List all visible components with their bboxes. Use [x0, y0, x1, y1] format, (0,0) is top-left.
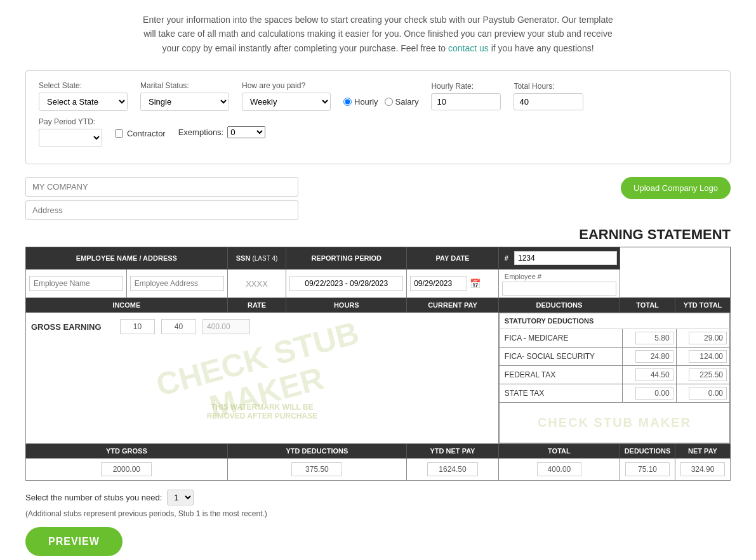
- pay-method-select[interactable]: WeeklyBi-WeeklySemi-MonthlyMonthly: [242, 93, 331, 111]
- intro-text-1: Enter your information into the spaces b…: [143, 15, 613, 25]
- state-select[interactable]: Select a State AlabamaAlaskaCaliforniaTe…: [39, 93, 128, 111]
- statutory-label: STATUTORY DEDUCTIONS: [499, 313, 729, 329]
- intro-text-2: will take care of all math and calculati…: [143, 29, 613, 39]
- settings-row-1: Select State: Select a State AlabamaAlas…: [39, 81, 717, 111]
- employee-address-cell: [126, 270, 227, 298]
- employee-address-input[interactable]: [130, 276, 224, 291]
- deductions-watermark: CHECK STUB MAKER: [499, 403, 729, 443]
- ytd-deductions-cell: 375.50: [227, 459, 406, 481]
- company-section: Upload Company Logo: [25, 177, 731, 220]
- deductions-total-cell: 75.10: [620, 459, 675, 481]
- pay-period-ytd-select[interactable]: [39, 129, 102, 147]
- current-pay-display: [202, 319, 250, 334]
- deduction-total-2: 44.50: [623, 366, 676, 384]
- totals-values-row: 2000.00 375.50 1624.50 400.00 75.10 324.…: [26, 459, 731, 481]
- deductions-watermark-row: CHECK STUB MAKER: [499, 403, 729, 443]
- stub-number-input[interactable]: [514, 251, 617, 265]
- th-ytd-total: YTD TOTAL: [675, 298, 731, 313]
- content-split-row: GROSS EARNING CHECK STUB MAKER THIS WATE…: [26, 313, 731, 444]
- stubs-count-select[interactable]: 12345: [167, 490, 194, 505]
- contractor-group: Contractor: [115, 129, 166, 138]
- hourly-radio[interactable]: [343, 98, 352, 106]
- deduction-ytd-2: 225.50: [676, 366, 729, 384]
- stubs-selector: Select the number of stubs you need: 123…: [25, 490, 731, 505]
- marital-select[interactable]: SingleMarried: [140, 93, 229, 111]
- th-reporting-period: REPORTING PERIOD: [286, 247, 407, 270]
- employee-num-input[interactable]: [502, 282, 616, 296]
- total-hours-group: Total Hours:: [514, 82, 583, 110]
- salary-radio-label[interactable]: Salary: [385, 97, 419, 107]
- company-address-input[interactable]: [25, 200, 298, 220]
- state-group: Select State: Select a State AlabamaAlas…: [39, 81, 128, 111]
- deduction-label-0: FICA - MEDICARE: [499, 329, 623, 348]
- ytd-gross-cell: 2000.00: [26, 459, 228, 481]
- ytd-deductions-value: 375.50: [291, 462, 342, 476]
- th-employee-name-address: EMPLOYEE NAME / ADDRESS: [26, 247, 228, 270]
- employee-name-input[interactable]: [29, 276, 123, 291]
- contractor-checkbox[interactable]: [115, 129, 123, 138]
- th-hash: #: [498, 247, 620, 270]
- reporting-period-cell: [286, 270, 407, 298]
- hash-symbol: #: [501, 252, 512, 264]
- calendar-icon[interactable]: 📅: [470, 278, 481, 289]
- deduction-label-1: FICA- SOCIAL SECURITY: [499, 348, 623, 366]
- ytd-gross-value: 2000.00: [101, 462, 152, 476]
- stub-table: EMPLOYEE NAME / ADDRESS SSN (LAST 4) REP…: [25, 247, 731, 481]
- total-hours-label: Total Hours:: [514, 82, 583, 91]
- th-deductions: DEDUCTIONS: [498, 298, 620, 313]
- watermark-sub: THIS WATERMARK WILL BE REMOVED AFTER PUR…: [207, 403, 317, 420]
- total-value: 400.00: [537, 462, 581, 476]
- intro-paragraph: Enter your information into the spaces b…: [25, 13, 731, 55]
- th-pay-date: PAY DATE: [407, 247, 499, 270]
- deductions-panel: STATUTORY DEDUCTIONS FICA - MEDICARE 5.8…: [498, 313, 730, 444]
- contact-us-link[interactable]: contact us: [448, 43, 489, 53]
- th-rate: RATE: [227, 298, 286, 313]
- employee-num-cell: Employee #: [498, 270, 620, 298]
- statutory-label-row: STATUTORY DEDUCTIONS: [499, 313, 729, 329]
- deduction-label-2: FEDERAL TAX: [499, 366, 623, 384]
- exemptions-select[interactable]: 012: [227, 126, 265, 138]
- deductions-total-value: 75.10: [625, 462, 670, 476]
- hours-input[interactable]: [161, 319, 196, 334]
- stubs-selector-label: Select the number of stubs you need:: [25, 493, 162, 502]
- upload-logo-section: Upload Company Logo: [621, 177, 731, 199]
- rate-input[interactable]: [120, 319, 155, 334]
- hourly-rate-input[interactable]: [431, 93, 501, 110]
- ssn-value: XXXX: [231, 277, 283, 291]
- net-pay-cell: 324.90: [675, 459, 731, 481]
- deduction-total-3: 0.00: [623, 384, 676, 403]
- total-hours-input[interactable]: [514, 93, 583, 110]
- hourly-rate-group: Hourly Rate:: [431, 82, 501, 110]
- total-cell: 400.00: [498, 459, 620, 481]
- th-hours: HOURS: [286, 298, 407, 313]
- th-total: TOTAL: [620, 298, 675, 313]
- salary-radio[interactable]: [385, 98, 393, 106]
- gross-earning-label: GROSS EARNING: [31, 322, 114, 332]
- deduction-total-0: 5.80: [623, 329, 676, 348]
- company-inputs: [25, 177, 298, 220]
- deduction-ytd-1: 124.00: [676, 348, 729, 366]
- preview-button[interactable]: PREVIEW: [25, 527, 123, 556]
- company-name-input[interactable]: [25, 177, 298, 197]
- employee-num-label: Employee #: [502, 271, 616, 282]
- pay-type-group: Hourly Salary: [343, 97, 418, 107]
- upload-logo-button[interactable]: Upload Company Logo: [621, 177, 731, 199]
- settings-row-2: Pay Period YTD: Contractor Exemptions: 0…: [39, 117, 717, 147]
- net-pay-value: 324.90: [680, 462, 725, 476]
- intro-text-4: if you have any questions!: [491, 43, 594, 53]
- marital-label: Marital Status:: [140, 81, 229, 90]
- th-deductions: DEDUCTIONS: [620, 444, 675, 459]
- employee-name-cell: [26, 270, 127, 298]
- hourly-label: Hourly: [354, 97, 378, 107]
- pay-date-input[interactable]: [410, 276, 467, 291]
- exemptions-group: Exemptions: 012: [178, 126, 266, 138]
- deduction-row-3: STATE TAX 0.00 0.00: [499, 384, 729, 403]
- hourly-radio-label[interactable]: Hourly: [343, 97, 378, 107]
- reporting-period-input[interactable]: [289, 276, 403, 291]
- deduction-label-3: STATE TAX: [499, 384, 623, 403]
- pay-period-ytd-group: Pay Period YTD:: [39, 117, 102, 147]
- pay-method-group: How are you paid? WeeklyBi-WeeklySemi-Mo…: [242, 81, 331, 111]
- income-header-row: INCOME RATE HOURS CURRENT PAY DEDUCTIONS…: [26, 298, 731, 313]
- th-ytd-net-pay: YTD NET PAY: [407, 444, 499, 459]
- th-net-pay: NET PAY: [675, 444, 731, 459]
